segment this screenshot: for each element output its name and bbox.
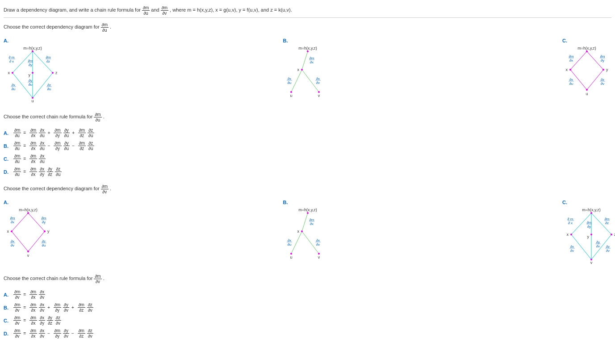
svg-line-30 xyxy=(291,70,302,92)
svg-point-33 xyxy=(301,69,303,71)
svg-text:x: x xyxy=(567,232,569,237)
svg-text:∂x∂u: ∂x∂u xyxy=(569,78,573,86)
diag-v-b-svg: m=h(x,y,z) x u v ∂m∂x ∂x∂u ∂x∂v xyxy=(283,207,332,260)
formula-list-v: A. ∂m∂v= ∂m∂x∂x∂v B. ∂m∂v= ∂m∂x∂x∂v+ ∂m∂… xyxy=(4,289,611,339)
svg-point-70 xyxy=(27,212,29,214)
prompt-formula-v: Choose the correct chain rule formula fo… xyxy=(4,274,611,284)
option-label-a: A. xyxy=(4,38,283,43)
svg-point-51 xyxy=(569,69,571,71)
svg-point-72 xyxy=(44,230,46,232)
svg-text:∂m∂z: ∂m∂z xyxy=(605,217,610,225)
diag-v-option-c[interactable]: C. m=h(x,y,z) x y z v ∂ m∂ x ∂m∂y ∂m∂z ∂… xyxy=(562,200,611,265)
header-pre: Draw a dependency diagram, and write a c… xyxy=(4,7,142,13)
svg-point-91 xyxy=(290,253,292,255)
svg-point-92 xyxy=(318,253,320,255)
svg-text:∂m∂x: ∂m∂x xyxy=(309,56,314,64)
svg-text:∂  m∂ x: ∂ m∂ x xyxy=(9,55,15,63)
svg-text:∂x∂v: ∂x∂v xyxy=(316,77,320,85)
svg-text:∂m∂x: ∂m∂x xyxy=(569,54,574,63)
diag-u-option-b[interactable]: B. m=h(x,y,z) x u v ∂m∂x ∂x∂u ∂x∂v xyxy=(283,38,563,103)
svg-text:∂z∂u: ∂z∂u xyxy=(47,83,51,91)
formula-v-a[interactable]: A. ∂m∂v= ∂m∂x∂x∂v xyxy=(4,289,611,300)
svg-text:∂x∂u: ∂x∂u xyxy=(287,238,291,247)
header-mid: and xyxy=(151,7,160,13)
question-header: Draw a dependency diagram, and write a c… xyxy=(4,4,611,18)
prompt-diag-u: Choose the correct dependency diagram fo… xyxy=(4,22,611,33)
prompt-diag-v: Choose the correct dependency diagram fo… xyxy=(4,184,611,194)
svg-point-111 xyxy=(590,234,592,235)
svg-text:∂  m∂ x: ∂ m∂ x xyxy=(568,217,573,225)
header-post: , where m = h(x,y,z), x = g(u,v), y = f(… xyxy=(170,7,292,13)
svg-text:y: y xyxy=(587,234,590,239)
diag-v-option-b[interactable]: B. m=h(x,y,z) x u v ∂m∂x ∂x∂u ∂x∂v xyxy=(283,200,563,265)
svg-text:∂m∂y: ∂m∂y xyxy=(42,216,46,224)
option-label-b: B. xyxy=(283,38,563,43)
svg-text:v: v xyxy=(590,260,593,265)
formula-list-u: A. ∂m∂u= ∂m∂x∂x∂u+ ∂m∂y∂y∂u+ ∂m∂z∂z∂u B.… xyxy=(4,128,611,177)
header-frac-1: ∂m ∂u xyxy=(142,5,150,16)
svg-point-7 xyxy=(32,50,33,52)
svg-line-86 xyxy=(302,213,308,231)
svg-point-89 xyxy=(307,212,309,214)
svg-text:∂m∂y: ∂m∂y xyxy=(28,59,33,67)
svg-point-110 xyxy=(570,234,572,235)
option-label-c: C. xyxy=(562,38,611,43)
svg-text:∂z∂v: ∂z∂v xyxy=(606,245,610,253)
svg-text:y: y xyxy=(29,73,31,77)
svg-text:m=h(x,y,z): m=h(x,y,z) xyxy=(23,46,42,50)
diag-v-option-a[interactable]: A. m=h(x,y,z) x y v ∂m∂x ∂m∂y ∂x∂v ∂z∂u xyxy=(4,200,283,265)
svg-text:m=h(x,y,z): m=h(x,y,z) xyxy=(19,208,38,212)
svg-text:m=h(x,y,z): m=h(x,y,z) xyxy=(577,46,596,50)
svg-text:y: y xyxy=(606,67,608,72)
formula-u-d[interactable]: D. ∂m∂u= ∂m∂x∂x∂y∂y∂z∂z∂u xyxy=(4,167,611,177)
formula-v-d[interactable]: D. ∂m∂v= ∂m∂x∂x∂v− ∂m∂y∂y∂v− ∂m∂z∂z∂v xyxy=(4,328,611,339)
diag-u-option-c[interactable]: C. m=h(x,y,z) x y u ∂m∂x ∂m∂y ∂x∂u ∂z∂v xyxy=(562,38,611,103)
svg-text:y: y xyxy=(47,229,50,234)
svg-point-50 xyxy=(586,50,588,52)
svg-text:x: x xyxy=(297,229,299,234)
svg-point-73 xyxy=(27,251,29,252)
svg-text:m=h(x,y,z): m=h(x,y,z) xyxy=(298,208,317,212)
diagram-row-v: A. m=h(x,y,z) x y v ∂m∂x ∂m∂y ∂x∂v ∂z∂u … xyxy=(4,200,611,265)
svg-text:∂y∂v: ∂y∂v xyxy=(596,240,600,248)
header-frac-2: ∂m ∂v xyxy=(161,5,168,16)
svg-line-87 xyxy=(291,231,302,254)
svg-text:∂x∂v: ∂x∂v xyxy=(11,239,14,247)
svg-text:v: v xyxy=(27,253,29,258)
svg-text:∂y∂u: ∂y∂u xyxy=(29,79,32,87)
diag-u-option-a[interactable]: A. m=h(x,y,z) x y z u ∂ m∂ x ∂m∂y ∂m∂z ∂… xyxy=(4,38,283,103)
svg-text:m=h(x,y,z): m=h(x,y,z) xyxy=(582,208,601,212)
svg-text:v: v xyxy=(318,255,320,259)
svg-text:∂m∂x: ∂m∂x xyxy=(10,216,15,224)
formula-u-b[interactable]: B. ∂m∂u= ∂m∂x∂x∂u− ∂m∂y∂y∂u− ∂m∂z∂z∂u xyxy=(4,141,611,151)
svg-point-32 xyxy=(307,50,309,52)
svg-text:∂m∂y: ∂m∂y xyxy=(600,54,605,63)
svg-point-9 xyxy=(32,72,33,74)
diagram-row-u: A. m=h(x,y,z) x y z u ∂ m∂ x ∂m∂y ∂m∂z ∂… xyxy=(4,38,611,103)
svg-text:∂z∂v: ∂z∂v xyxy=(601,78,604,86)
svg-text:x: x xyxy=(7,229,9,234)
svg-point-109 xyxy=(590,212,592,214)
svg-point-8 xyxy=(12,72,13,74)
diag-u-b-svg: m=h(x,y,z) x u v ∂m∂x ∂x∂u ∂x∂v xyxy=(283,45,332,99)
formula-v-b[interactable]: B. ∂m∂v= ∂m∂x∂x∂v+ ∂m∂y∂y∂v+ ∂m∂z∂z∂v xyxy=(4,302,611,313)
svg-text:∂m∂y: ∂m∂y xyxy=(587,221,592,229)
formula-u-a[interactable]: A. ∂m∂u= ∂m∂x∂x∂u+ ∂m∂y∂y∂u+ ∂m∂z∂z∂u xyxy=(4,128,611,138)
prompt-formula-u: Choose the correct chain rule formula fo… xyxy=(4,112,611,122)
formula-v-c[interactable]: C. ∂m∂v= ∂m∂x∂x∂y∂y∂z∂z∂v xyxy=(4,315,611,326)
svg-text:u: u xyxy=(290,255,292,259)
formula-u-c[interactable]: C. ∂m∂u= ∂m∂x∂x∂u xyxy=(4,154,611,164)
svg-point-71 xyxy=(11,230,13,232)
svg-point-34 xyxy=(290,91,292,93)
svg-text:x: x xyxy=(566,67,568,72)
svg-text:x: x xyxy=(8,71,10,75)
svg-text:u: u xyxy=(290,93,292,98)
svg-text:v: v xyxy=(318,93,320,98)
svg-point-90 xyxy=(301,230,303,232)
svg-text:∂x∂u: ∂x∂u xyxy=(287,77,291,85)
svg-point-112 xyxy=(611,234,612,235)
svg-point-35 xyxy=(318,91,320,93)
diag-v-a-svg: m=h(x,y,z) x y v ∂m∂x ∂m∂y ∂x∂v ∂z∂u xyxy=(4,207,53,260)
svg-text:∂z∂u: ∂z∂u xyxy=(42,239,46,247)
svg-point-52 xyxy=(602,69,604,71)
